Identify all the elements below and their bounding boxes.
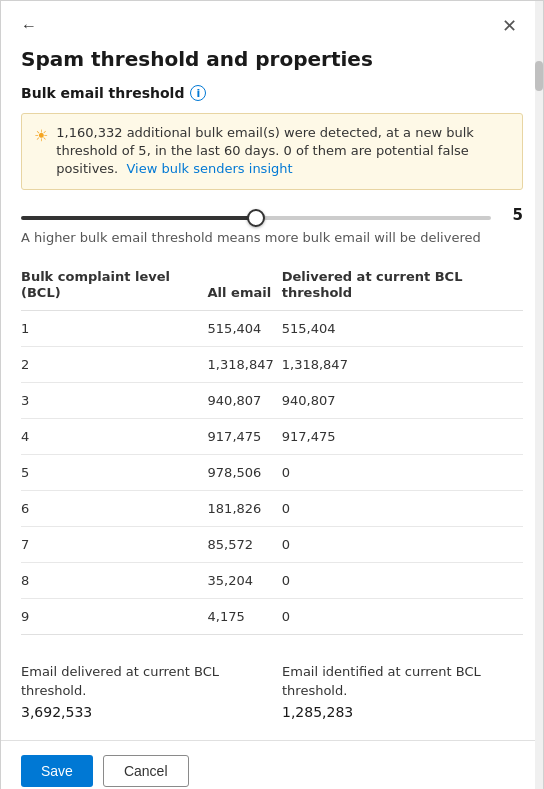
identified-value: 1,285,283: [282, 704, 523, 720]
col-bcl: Bulk complaint level (BCL): [21, 261, 208, 311]
alert-icon: ☀: [34, 125, 48, 147]
cell-bcl: 6: [21, 491, 208, 527]
table-row: 8 35,204 0: [21, 563, 523, 599]
table-row: 9 4,175 0: [21, 599, 523, 635]
back-icon: ←: [21, 17, 37, 35]
cell-bcl: 9: [21, 599, 208, 635]
table-row: 7 85,572 0: [21, 527, 523, 563]
cell-all-email: 515,404: [208, 311, 282, 347]
col-all-email: All email: [208, 261, 282, 311]
summary-identified: Email identified at current BCL threshol…: [282, 663, 523, 719]
cell-all-email: 940,807: [208, 383, 282, 419]
panel-header: ← ✕: [1, 1, 543, 47]
cell-all-email: 35,204: [208, 563, 282, 599]
bcl-table: Bulk complaint level (BCL) All email Del…: [21, 261, 523, 636]
alert-box: ☀ 1,160,332 additional bulk email(s) wer…: [21, 113, 523, 190]
table-header-row: Bulk complaint level (BCL) All email Del…: [21, 261, 523, 311]
summary-delivered: Email delivered at current BCL threshold…: [21, 663, 262, 719]
cancel-button[interactable]: Cancel: [103, 755, 189, 787]
slider-value-display: 5: [503, 206, 523, 224]
cell-bcl: 5: [21, 455, 208, 491]
cell-delivered: 0: [282, 455, 523, 491]
table-row: 5 978,506 0: [21, 455, 523, 491]
identified-label: Email identified at current BCL threshol…: [282, 663, 523, 699]
cell-all-email: 978,506: [208, 455, 282, 491]
delivered-label: Email delivered at current BCL threshold…: [21, 663, 262, 699]
cell-delivered: 0: [282, 491, 523, 527]
alert-link[interactable]: View bulk senders insight: [127, 161, 293, 176]
table-row: 3 940,807 940,807: [21, 383, 523, 419]
cell-delivered: 1,318,847: [282, 347, 523, 383]
cell-delivered: 0: [282, 527, 523, 563]
summary-row: Email delivered at current BCL threshold…: [21, 651, 523, 719]
cell-all-email: 85,572: [208, 527, 282, 563]
scrollbar-thumb[interactable]: [535, 61, 543, 91]
bulk-threshold-label: Bulk email threshold: [21, 85, 184, 101]
cell-delivered: 0: [282, 563, 523, 599]
cell-delivered: 0: [282, 599, 523, 635]
table-row: 1 515,404 515,404: [21, 311, 523, 347]
save-button[interactable]: Save: [21, 755, 93, 787]
table-body: 1 515,404 515,404 2 1,318,847 1,318,847 …: [21, 311, 523, 635]
cell-delivered: 917,475: [282, 419, 523, 455]
back-button[interactable]: ←: [21, 17, 45, 35]
cell-all-email: 181,826: [208, 491, 282, 527]
info-icon[interactable]: i: [190, 85, 206, 101]
cell-bcl: 3: [21, 383, 208, 419]
table-row: 4 917,475 917,475: [21, 419, 523, 455]
cell-bcl: 2: [21, 347, 208, 383]
cell-bcl: 4: [21, 419, 208, 455]
table-row: 6 181,826 0: [21, 491, 523, 527]
cell-bcl: 7: [21, 527, 208, 563]
cell-bcl: 8: [21, 563, 208, 599]
alert-text: 1,160,332 additional bulk email(s) were …: [56, 124, 510, 179]
bulk-threshold-slider[interactable]: [21, 216, 491, 220]
slider-row: 5: [21, 206, 523, 224]
panel-footer: Save Cancel: [1, 740, 543, 789]
cell-delivered: 515,404: [282, 311, 523, 347]
cell-all-email: 917,475: [208, 419, 282, 455]
col-delivered: Delivered at current BCL threshold: [282, 261, 523, 311]
section-label: Bulk email threshold i: [21, 85, 523, 101]
scrollbar-track: [535, 1, 543, 789]
cell-bcl: 1: [21, 311, 208, 347]
slider-wrapper: [21, 207, 491, 223]
panel-body: Bulk email threshold i ☀ 1,160,332 addit…: [1, 85, 543, 740]
delivered-value: 3,692,533: [21, 704, 262, 720]
table-row: 2 1,318,847 1,318,847: [21, 347, 523, 383]
slider-hint: A higher bulk email threshold means more…: [21, 230, 523, 245]
cell-delivered: 940,807: [282, 383, 523, 419]
cell-all-email: 1,318,847: [208, 347, 282, 383]
page-title: Spam threshold and properties: [1, 47, 543, 85]
spam-threshold-panel: ← ✕ Spam threshold and properties Bulk e…: [0, 0, 544, 789]
cell-all-email: 4,175: [208, 599, 282, 635]
close-button[interactable]: ✕: [496, 15, 523, 37]
close-icon: ✕: [502, 16, 517, 36]
